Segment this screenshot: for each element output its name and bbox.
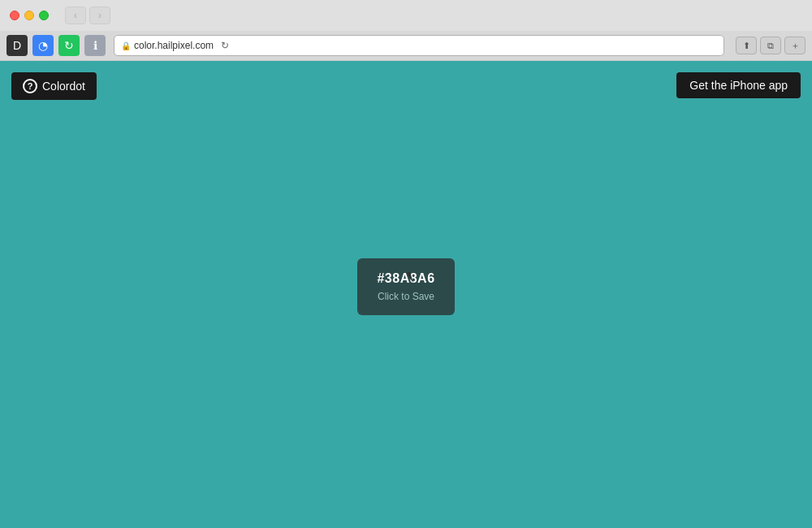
maximize-button[interactable] <box>39 11 49 20</box>
traffic-lights <box>10 11 49 20</box>
reload-button[interactable]: ↻ <box>217 37 233 54</box>
forward-button[interactable]: › <box>89 6 110 24</box>
hex-value: #38A8A6 <box>374 271 438 286</box>
tab-bar: D ◔ ↻ ℹ 🔒 color.hailpixel.com ↻ ⬆ ⧉ ＋ <box>0 31 812 60</box>
add-tab-button[interactable]: ⧉ <box>760 37 781 54</box>
back-button[interactable]: ‹ <box>65 6 86 24</box>
address-bar[interactable]: 🔒 color.hailpixel.com ↻ <box>114 35 724 56</box>
logo-label: Colordot <box>42 80 85 93</box>
browser-nav: ‹ › <box>65 6 110 24</box>
save-label: Click to Save <box>374 291 438 302</box>
tab-icon-d[interactable]: D <box>6 35 28 56</box>
url-text: color.hailpixel.com <box>134 40 214 51</box>
iphone-app-label: Get the iPhone app <box>689 79 788 92</box>
color-tooltip[interactable]: #38A8A6 Click to Save <box>357 258 455 315</box>
tab-icon-info[interactable]: ℹ <box>84 35 106 56</box>
new-tab-button[interactable]: ＋ <box>784 37 806 54</box>
tab-icon-pac[interactable]: ◔ <box>32 35 54 56</box>
page-content[interactable]: ? Colordot Get the iPhone app #38A8A6 Cl… <box>0 61 812 528</box>
browser-chrome: ‹ › D ◔ ↻ ℹ 🔒 color.hailpixel.com ↻ ⬆ ⧉ … <box>0 0 812 61</box>
tab-icon-green[interactable]: ↻ <box>58 35 80 56</box>
lock-icon: 🔒 <box>121 41 131 50</box>
share-button[interactable]: ⬆ <box>736 37 757 54</box>
browser-titlebar: ‹ › <box>0 0 812 31</box>
question-mark: ? <box>28 81 33 91</box>
close-button[interactable] <box>10 11 19 20</box>
iphone-app-button[interactable]: Get the iPhone app <box>676 72 801 98</box>
browser-actions: ⬆ ⧉ ＋ <box>736 37 806 54</box>
colordot-logo-button[interactable]: ? Colordot <box>11 72 97 100</box>
tab-icon-group: D ◔ ↻ ℹ <box>6 35 106 56</box>
question-icon: ? <box>23 79 37 93</box>
minimize-button[interactable] <box>24 11 34 20</box>
